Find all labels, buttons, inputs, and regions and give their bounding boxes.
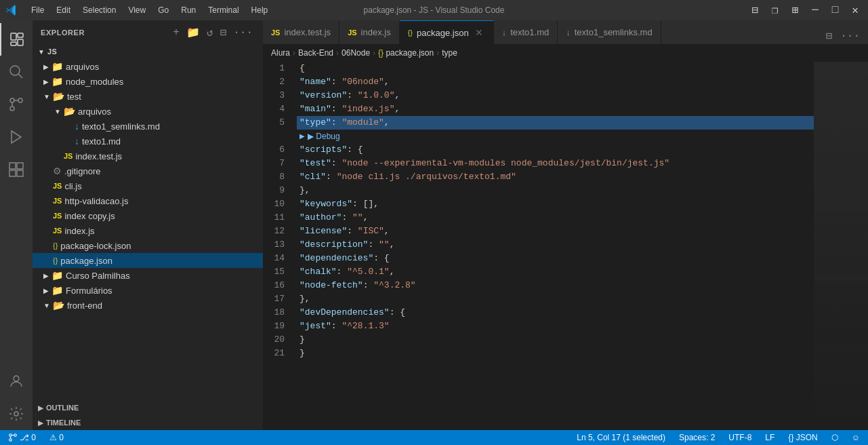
tree-item-label: front-end — [67, 301, 102, 311]
code-line-4: "main": "index.js", — [297, 102, 814, 116]
status-encoding[interactable]: UTF-8 — [726, 433, 754, 442]
folder-icon: 📁 — [51, 270, 63, 281]
svg-point-8 — [18, 98, 22, 102]
tab-close-icon[interactable]: ✕ — [473, 26, 485, 39]
close-button[interactable]: ✕ — [848, 3, 863, 17]
tab-label: texto1.md — [510, 27, 549, 37]
sidebar-item-test[interactable]: ▼ 📂 test — [33, 89, 263, 104]
status-language[interactable]: {} JSON — [785, 433, 820, 442]
line-num: 4 — [263, 102, 290, 116]
layout-icon[interactable]: ❐ — [768, 3, 783, 17]
minimize-button[interactable]: ─ — [808, 4, 823, 16]
activity-settings-icon[interactable] — [0, 398, 33, 430]
sidebar-item-curso-palmilhas[interactable]: ▶ 📁 Curso Palmilhas — [33, 268, 263, 283]
panel-toggle-icon[interactable]: ⊟ — [747, 3, 762, 17]
activity-debug-icon[interactable] — [0, 121, 33, 153]
status-spaces[interactable]: Spaces: 2 — [676, 433, 718, 442]
timeline-section[interactable]: ▶ TIMELINE — [33, 415, 263, 430]
new-folder-icon[interactable]: 📁 — [184, 24, 202, 41]
sidebar-item-package-lock[interactable]: {} package-lock.json — [33, 238, 263, 253]
sidebar-item-node-modules[interactable]: ▶ 📁 node_modules — [33, 74, 263, 89]
menu-terminal[interactable]: Terminal — [203, 4, 244, 16]
menu-help[interactable]: Help — [246, 4, 274, 16]
code-line-3: "version": "1.0.0", — [297, 89, 814, 102]
split-editor-icon[interactable]: ⊟ — [823, 28, 835, 44]
tree-root-js[interactable]: ▼ JS — [33, 44, 263, 59]
activity-search-icon[interactable] — [0, 56, 33, 88]
breadcrumb-backend[interactable]: Back-End — [298, 48, 333, 58]
breadcrumb-package-json[interactable]: {} package.json — [378, 48, 434, 58]
line-num: 18 — [263, 306, 290, 320]
outline-section[interactable]: ▶ OUTLINE — [33, 400, 263, 415]
refresh-icon[interactable]: ↺ — [205, 24, 215, 41]
code-line-14: "dependencies": { — [297, 252, 814, 265]
sidebar-item-index-js[interactable]: JS index.js — [33, 223, 263, 238]
sidebar-item-http-validacao[interactable]: JS http-validacao.js — [33, 193, 263, 208]
editor-layout-icon[interactable]: ⊞ — [788, 3, 803, 17]
status-errors[interactable]: ⚠ 0 — [47, 433, 66, 442]
code-line-19: "jest": "^28.1.3" — [297, 320, 814, 333]
sidebar-item-texto1-semlinks[interactable]: ↓ texto1_semlinks.md — [33, 119, 263, 134]
status-position[interactable]: Ln 5, Col 17 (1 selected) — [574, 433, 668, 442]
folder-icon: 📁 — [51, 285, 63, 296]
sidebar-item-arquivos-inner[interactable]: ▼ 📂 arquivos — [33, 104, 263, 119]
tab-index-js[interactable]: JS index.js — [339, 20, 400, 44]
sidebar-item-arquivos[interactable]: ▶ 📁 arquivos — [33, 59, 263, 74]
tree-item-label: arquivos — [78, 107, 111, 117]
collapse-all-icon[interactable]: ⊟ — [218, 24, 229, 41]
svg-point-15 — [14, 412, 18, 416]
tab-package-json[interactable]: {} package.json ✕ — [400, 20, 494, 44]
sidebar-item-index-test[interactable]: JS index.test.js — [33, 149, 263, 163]
code-content[interactable]: { "name": "06node", "version": "1.0.0", … — [297, 62, 814, 430]
code-line-20: } — [297, 333, 814, 347]
status-git[interactable]: ⎇ 0 — [5, 433, 39, 442]
sidebar-item-frontend[interactable]: ▼ 📂 front-end — [33, 298, 263, 313]
debug-inline-button[interactable]: ▶ ▶ Debug — [297, 130, 814, 143]
tab-label: index.test.js — [284, 27, 331, 37]
activity-account-icon[interactable] — [0, 365, 33, 398]
sidebar-item-cli[interactable]: JS cli.js — [33, 178, 263, 193]
status-feedback[interactable]: ☺ — [849, 433, 863, 442]
breadcrumb-alura[interactable]: Alura — [271, 48, 290, 58]
more-actions-icon[interactable]: ··· — [231, 25, 255, 40]
activity-extensions-icon[interactable] — [0, 153, 33, 186]
menu-go[interactable]: Go — [152, 4, 174, 16]
tab-index-test[interactable]: JS index.test.js — [263, 20, 339, 44]
line-num: 15 — [263, 265, 290, 279]
js-file-icon: JS — [53, 197, 62, 205]
menu-run[interactable]: Run — [175, 4, 201, 16]
breadcrumb-06node[interactable]: 06Node — [342, 48, 370, 58]
new-file-icon[interactable]: + — [171, 25, 182, 40]
breadcrumb-type[interactable]: type — [442, 48, 457, 58]
status-prettier[interactable]: ⬡ — [829, 433, 841, 442]
menu-edit[interactable]: Edit — [51, 4, 76, 16]
code-line-18: "devDependencies": { — [297, 306, 814, 320]
folder-open-icon: 📂 — [64, 106, 75, 117]
sidebar-tree: ▶ 📁 arquivos ▶ 📁 node_modules ▼ 📂 test ▼… — [33, 59, 263, 400]
menu-view[interactable]: View — [123, 4, 151, 16]
tab-label: index.js — [361, 27, 391, 37]
more-tabs-icon[interactable]: ··· — [838, 28, 863, 43]
svg-rect-3 — [11, 42, 16, 45]
sidebar-item-index-copy[interactable]: JS index copy.js — [33, 208, 263, 223]
sidebar-item-gitignore[interactable]: ⚙ .gitignore — [33, 163, 263, 178]
menu-file[interactable]: File — [26, 4, 49, 16]
sidebar-item-formularios[interactable]: ▶ 📁 Formulários — [33, 283, 263, 298]
activity-git-icon[interactable] — [0, 88, 33, 121]
tree-item-label: index.js — [64, 226, 94, 236]
line-num: 1 — [263, 62, 290, 75]
line-num: 20 — [263, 333, 290, 347]
menu-selection[interactable]: Selection — [77, 4, 121, 16]
code-line-2: "name": "06node", — [297, 75, 814, 89]
svg-rect-10 — [9, 163, 16, 169]
tab-texto1-semlinks[interactable]: ↓ texto1_semlinks.md — [558, 20, 661, 44]
tab-texto1-md[interactable]: ↓ texto1.md — [494, 20, 558, 44]
activity-explorer-icon[interactable] — [0, 23, 33, 56]
sidebar-item-texto1-md[interactable]: ↓ texto1.md — [33, 134, 263, 149]
sidebar-item-package-json[interactable]: {} package.json — [33, 253, 263, 268]
svg-point-18 — [14, 434, 17, 437]
titlebar-left: File Edit Selection View Go Run Terminal… — [5, 4, 273, 16]
maximize-button[interactable]: □ — [828, 4, 843, 16]
code-line-21: } — [297, 347, 814, 360]
status-eol[interactable]: LF — [762, 433, 777, 442]
